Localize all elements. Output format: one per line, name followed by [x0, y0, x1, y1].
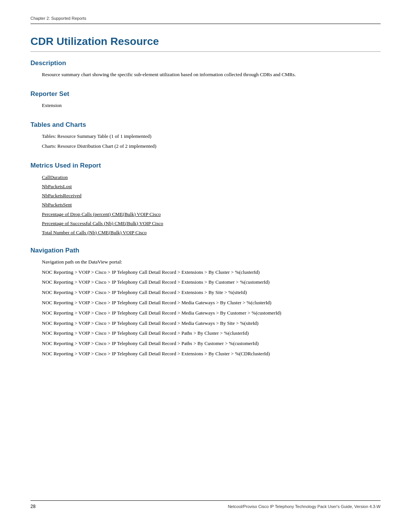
reporter-set-heading: Reporter Set	[30, 90, 381, 98]
tables-charts-body: Tables: Resource Summary Table (1 of 1 i…	[42, 133, 381, 151]
nav-path-item: NOC Reporting > VOIP > Cisco > IP Teleph…	[42, 299, 381, 307]
navigation-heading: Navigation Path	[30, 247, 381, 254]
metric-item[interactable]: Total Number of Calls (Nb) CME(Bulk) VOI…	[42, 228, 381, 237]
tables-charts-heading: Tables and Charts	[30, 121, 381, 129]
section-metrics: Metrics Used in Report CallDurationNbPac…	[30, 162, 381, 238]
reporter-set-value: Extension	[42, 102, 381, 110]
charts-line: Charts: Resource Distribution Chart (2 o…	[42, 142, 381, 150]
nav-path-item: NOC Reporting > VOIP > Cisco > IP Teleph…	[42, 289, 381, 297]
section-tables-charts: Tables and Charts Tables: Resource Summa…	[30, 121, 381, 153]
metric-item[interactable]: NbPacketsLost	[42, 182, 381, 191]
navigation-body: Navigation path on the DataView portal: …	[42, 258, 381, 358]
metrics-body: CallDurationNbPacketsLostNbPacketsReceiv…	[42, 173, 381, 237]
metric-item[interactable]: Percentage of Drop Calls (percent) CME(B…	[42, 210, 381, 219]
nav-path-item: NOC Reporting > VOIP > Cisco > IP Teleph…	[42, 340, 381, 348]
chapter-label: Chapter 2: Supported Reports	[30, 16, 86, 21]
tables-line: Tables: Resource Summary Table (1 of 1 i…	[42, 133, 381, 141]
footer-title: Netcool/Proviso Cisco IP Telephony Techn…	[228, 504, 381, 509]
description-body: Resource summary chart showing the speci…	[42, 71, 381, 79]
metric-item[interactable]: NbPacketsReceived	[42, 192, 381, 200]
nav-path-item: NOC Reporting > VOIP > Cisco > IP Teleph…	[42, 350, 381, 358]
navigation-intro: Navigation path on the DataView portal:	[42, 258, 381, 266]
page-number: 28	[30, 504, 35, 509]
nav-path-item: NOC Reporting > VOIP > Cisco > IP Teleph…	[42, 329, 381, 337]
nav-path-item: NOC Reporting > VOIP > Cisco > IP Teleph…	[42, 320, 381, 328]
metric-item[interactable]: Percentage of Successful Calls (Nb) CME(…	[42, 219, 381, 228]
section-reporter-set: Reporter Set Extension	[30, 90, 381, 112]
page-container: Chapter 2: Supported Reports CDR Utiliza…	[0, 0, 411, 532]
section-navigation: Navigation Path Navigation path on the D…	[30, 247, 381, 360]
section-description: Description Resource summary chart showi…	[30, 59, 381, 81]
metric-item[interactable]: NbPacketsSent	[42, 201, 381, 209]
nav-path-item: NOC Reporting > VOIP > Cisco > IP Teleph…	[42, 309, 381, 317]
nav-path-item: NOC Reporting > VOIP > Cisco > IP Teleph…	[42, 278, 381, 286]
description-heading: Description	[30, 59, 381, 67]
description-text: Resource summary chart showing the speci…	[42, 71, 381, 79]
footer: 28 Netcool/Proviso Cisco IP Telephony Te…	[30, 500, 381, 509]
page-title: CDR Utilization Resource	[30, 35, 381, 52]
top-bar: Chapter 2: Supported Reports	[30, 15, 381, 24]
metrics-heading: Metrics Used in Report	[30, 162, 381, 169]
metric-item[interactable]: CallDuration	[42, 173, 381, 182]
reporter-set-body: Extension	[42, 102, 381, 110]
nav-path-item: NOC Reporting > VOIP > Cisco > IP Teleph…	[42, 268, 381, 276]
